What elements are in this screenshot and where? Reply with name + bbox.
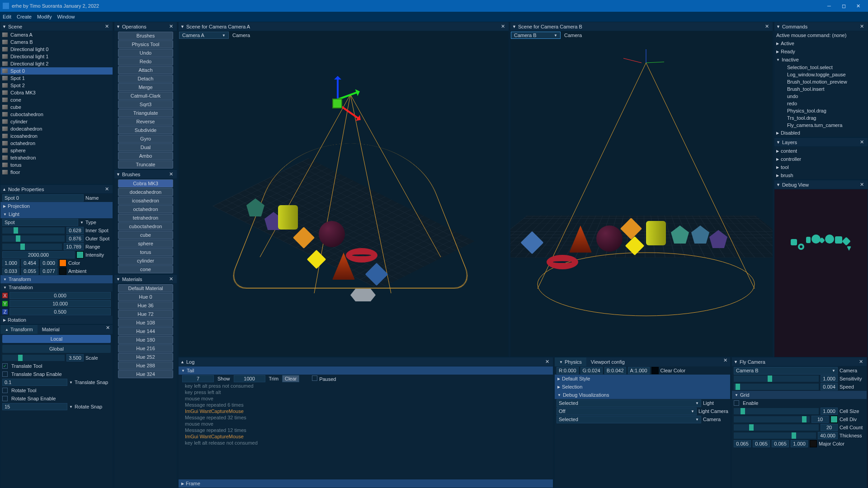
list-button[interactable]: Hue 324 bbox=[118, 370, 173, 378]
camera-select-a[interactable]: Camera A▼ bbox=[179, 32, 229, 39]
list-button[interactable]: Hue 0 bbox=[118, 293, 173, 301]
list-button[interactable]: Detach bbox=[118, 75, 173, 83]
range-slider[interactable] bbox=[2, 244, 62, 250]
ready-group[interactable]: ▶Ready bbox=[774, 47, 868, 56]
scene-item[interactable]: Directional light 2 bbox=[0, 60, 113, 67]
debugviz-section[interactable]: ▼Debug Visualizations bbox=[555, 391, 730, 399]
scene-item[interactable]: Spot 0 bbox=[0, 67, 113, 75]
speed-slider[interactable] bbox=[734, 384, 819, 390]
list-button[interactable]: Hue 180 bbox=[118, 336, 173, 344]
caret-icon[interactable]: ▼ bbox=[116, 24, 120, 29]
list-button[interactable]: Hue 216 bbox=[118, 344, 173, 352]
list-button[interactable]: Truncate bbox=[118, 160, 173, 169]
viewportcfg-tab[interactable]: Viewport config bbox=[586, 357, 629, 366]
list-button[interactable]: Hue 144 bbox=[118, 327, 173, 335]
caret-icon[interactable]: ▼ bbox=[116, 172, 120, 177]
scene-item[interactable]: torus bbox=[0, 161, 113, 169]
material-tab[interactable]: Material bbox=[38, 325, 64, 334]
list-button[interactable]: Ambo bbox=[118, 152, 173, 160]
close-button[interactable]: ✕ bbox=[851, 1, 865, 10]
command-item[interactable]: redo bbox=[785, 100, 868, 107]
layer-item[interactable]: ▶brush bbox=[774, 171, 868, 179]
transform-tab[interactable]: ▲Transform bbox=[0, 325, 38, 334]
command-item[interactable]: Brush_tool.motion_preview bbox=[785, 78, 868, 85]
list-button[interactable]: Subdivide bbox=[118, 126, 173, 134]
clearcolor-swatch[interactable] bbox=[651, 367, 659, 374]
minimize-button[interactable]: ─ bbox=[822, 1, 836, 10]
close-icon[interactable]: ✕ bbox=[721, 357, 730, 366]
intensity-field[interactable]: 2000.000 bbox=[2, 251, 75, 258]
inner-slider[interactable] bbox=[2, 227, 65, 234]
list-button[interactable]: Catmull-Clark bbox=[118, 92, 173, 100]
sens-slider[interactable] bbox=[734, 375, 819, 382]
color-swatch[interactable] bbox=[59, 259, 66, 267]
menu-window[interactable]: Window bbox=[57, 14, 75, 19]
list-button[interactable]: Default Material bbox=[118, 284, 173, 292]
scene-item[interactable]: cube bbox=[0, 103, 113, 111]
close-icon[interactable]: ✕ bbox=[167, 23, 175, 29]
node-name-field[interactable]: Spot 0 bbox=[2, 194, 84, 202]
command-item[interactable]: Trs_tool.drag bbox=[785, 114, 868, 122]
list-button[interactable]: Cobra MK3 bbox=[118, 179, 173, 188]
scale-slider[interactable] bbox=[2, 355, 65, 361]
scene-item[interactable]: octahedron bbox=[0, 140, 113, 147]
menu-edit[interactable]: Edit bbox=[3, 14, 11, 19]
clear-button[interactable]: Clear bbox=[282, 375, 299, 382]
command-item[interactable]: undo bbox=[785, 93, 868, 100]
scene-item[interactable]: sphere bbox=[0, 147, 113, 154]
tail-section[interactable]: ▼Tail bbox=[179, 366, 553, 375]
close-icon[interactable]: ✕ bbox=[103, 325, 113, 334]
list-button[interactable]: icosahedron bbox=[118, 197, 173, 205]
scene-item[interactable]: tetrahedron bbox=[0, 154, 113, 161]
close-icon[interactable]: ✕ bbox=[167, 171, 175, 177]
command-item[interactable]: Brush_tool.insert bbox=[785, 85, 868, 93]
command-item[interactable]: Physics_tool.drag bbox=[785, 107, 868, 114]
close-icon[interactable]: ✕ bbox=[103, 23, 111, 29]
close-icon[interactable]: ✕ bbox=[858, 182, 866, 188]
scene-item[interactable]: Camera B bbox=[0, 38, 113, 46]
list-button[interactable]: Attach bbox=[118, 66, 173, 74]
list-button[interactable]: Undo bbox=[118, 49, 173, 57]
close-icon[interactable]: ✕ bbox=[103, 186, 111, 192]
scene-item[interactable]: dodecahedron bbox=[0, 125, 113, 132]
list-button[interactable]: Hue 72 bbox=[118, 310, 173, 318]
close-icon[interactable]: ✕ bbox=[167, 276, 175, 282]
scene-item[interactable]: floor bbox=[0, 169, 113, 176]
list-button[interactable]: cylinder bbox=[118, 257, 173, 265]
scene-item[interactable]: cone bbox=[0, 96, 113, 103]
layer-item[interactable]: ▶content bbox=[774, 147, 868, 155]
scene-item[interactable]: Spot 2 bbox=[0, 82, 113, 89]
layer-item[interactable]: ▶controller bbox=[774, 155, 868, 163]
close-icon[interactable]: ✕ bbox=[763, 23, 771, 29]
projection-section[interactable]: ▶Projection bbox=[0, 202, 113, 210]
ambient-swatch[interactable] bbox=[59, 267, 66, 275]
rsnap-check[interactable] bbox=[2, 396, 8, 401]
list-button[interactable]: cuboctahedron bbox=[118, 222, 173, 230]
spot-type[interactable]: Spot bbox=[2, 219, 78, 226]
outer-slider[interactable] bbox=[2, 235, 65, 242]
caret-icon[interactable]: ▼ bbox=[2, 24, 6, 29]
list-button[interactable]: torus bbox=[118, 248, 173, 256]
paused-check[interactable] bbox=[312, 375, 317, 381]
flycam-camera[interactable]: Camera B▼ bbox=[734, 367, 838, 375]
list-button[interactable]: octahedron bbox=[118, 205, 173, 213]
global-button[interactable]: Global bbox=[2, 345, 111, 353]
close-icon[interactable]: ✕ bbox=[857, 359, 865, 365]
scene-item[interactable]: Directional light 1 bbox=[0, 53, 113, 60]
command-item[interactable]: Log_window.toggle_pause bbox=[785, 71, 868, 78]
list-button[interactable]: Redo bbox=[118, 57, 173, 66]
caret-icon[interactable]: ▲ bbox=[2, 187, 6, 192]
defstyle-section[interactable]: ▶Default Style bbox=[555, 375, 730, 383]
caret-icon[interactable]: ▼ bbox=[116, 277, 120, 282]
transform-section[interactable]: ▼Transform bbox=[0, 275, 113, 283]
list-button[interactable]: cone bbox=[118, 265, 173, 273]
list-button[interactable]: Gyro bbox=[118, 135, 173, 143]
inactive-group[interactable]: ▼Inactive bbox=[774, 56, 868, 64]
menu-modify[interactable]: Modify bbox=[37, 14, 52, 19]
caret-icon[interactable]: ▼ bbox=[180, 24, 184, 29]
list-button[interactable]: Merge bbox=[118, 83, 173, 91]
list-button[interactable]: Hue 36 bbox=[118, 301, 173, 310]
close-icon[interactable]: ✕ bbox=[858, 139, 866, 145]
layer-item[interactable]: ▶tool bbox=[774, 163, 868, 171]
list-button[interactable]: Brushes bbox=[118, 32, 173, 40]
